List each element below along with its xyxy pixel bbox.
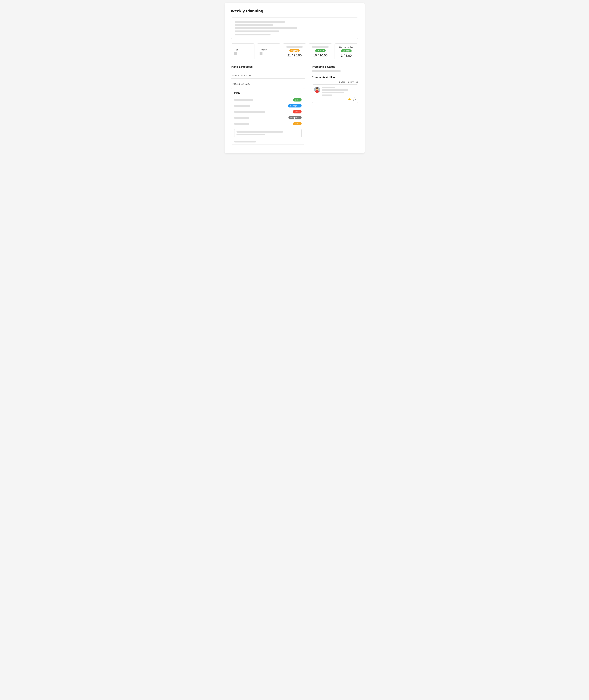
comments-section: Comments & Likes 2 Likes 1 comments xyxy=(312,76,358,103)
plan-row-inprogress: In Progress xyxy=(234,103,302,109)
svg-point-4 xyxy=(317,89,317,89)
lagging-title-skeleton xyxy=(286,46,303,48)
plans-divider xyxy=(231,70,305,70)
comment-card: 👍 💬 xyxy=(312,84,358,103)
problems-skeleton xyxy=(312,70,341,72)
comment-inner xyxy=(314,87,356,96)
stuck-badge: Stuck xyxy=(293,110,302,113)
plans-progress-title: Plans & Progress xyxy=(231,65,305,68)
issue-badge: Issue xyxy=(293,122,302,126)
ontrack1-badge: On track xyxy=(315,49,326,52)
plan-row-stuck: Stuck xyxy=(234,109,302,115)
summary-card-ontrack-1: On track 10 / 10.00 xyxy=(309,43,332,60)
right-column: Problems & Status Comments & Likes 2 Lik… xyxy=(312,65,358,145)
plan-row-issue-skeleton xyxy=(234,123,249,125)
summary-card-content-update: Content Update On track 3 / 3.00 xyxy=(335,43,358,60)
date-tue: Tue, 13 Oct 2020 xyxy=(231,81,305,87)
comment-skeleton-1 xyxy=(322,87,335,88)
lagging-badge: Lagging xyxy=(289,49,300,52)
problems-title: Problems & Status xyxy=(312,65,358,68)
plan-label: Plan xyxy=(234,48,238,51)
header-card xyxy=(231,17,358,39)
inprogress-badge: In Progress xyxy=(288,104,302,107)
plan-card: Plan Done In Progress Stuck xyxy=(231,88,305,145)
content-update-label: Content Update xyxy=(339,46,354,48)
header-skeleton-1 xyxy=(235,21,285,23)
plan-row-done: Done xyxy=(234,97,302,103)
plan-row-done-skeleton xyxy=(234,99,253,101)
plan-row-stuck-skeleton xyxy=(234,111,265,113)
plan-row-inprogress-skeleton xyxy=(234,105,250,107)
notes-skeleton-2 xyxy=(236,134,265,135)
comment-button[interactable]: 💬 xyxy=(353,97,356,100)
plan-row-postponed-skeleton xyxy=(234,117,249,119)
like-button[interactable]: 👍 xyxy=(348,97,351,100)
content-update-value: 3 / 3.00 xyxy=(341,54,352,58)
comment-skeleton-2 xyxy=(322,89,349,91)
left-column: Plans & Progress Mon, 12 Oct 2020 Tue, 1… xyxy=(231,65,305,145)
plan-card-title: Plan xyxy=(234,91,302,95)
comment-skeleton-4 xyxy=(322,94,332,96)
summary-row: Plan Problem Lagging 21 / 25.00 On track… xyxy=(231,43,358,60)
notes-skeleton-1 xyxy=(236,131,283,133)
plan-icon xyxy=(234,52,237,55)
likes-count: 2 Likes xyxy=(339,81,345,83)
comment-actions: 👍 💬 xyxy=(314,97,356,100)
comments-header: 2 Likes 1 comments xyxy=(312,81,358,83)
header-skeleton-3 xyxy=(235,27,297,29)
comment-lines xyxy=(322,87,356,96)
page-container: Weekly Planning Plan Problem Lagging 21 … xyxy=(224,3,365,154)
content-update-badge: On track xyxy=(341,49,352,52)
problem-label: Problem xyxy=(259,48,267,51)
svg-point-3 xyxy=(316,87,319,89)
comments-count: 1 comments xyxy=(348,81,358,83)
avatar xyxy=(314,87,320,93)
page-title: Weekly Planning xyxy=(231,9,358,13)
plan-card-footer xyxy=(234,139,302,145)
footer-skeleton xyxy=(234,141,256,143)
header-skeleton-5 xyxy=(235,34,271,35)
two-col-layout: Plans & Progress Mon, 12 Oct 2020 Tue, 1… xyxy=(231,65,358,145)
plan-row-postponed: Postponed xyxy=(234,115,302,121)
header-skeleton-4 xyxy=(235,30,279,32)
ontrack1-title-skeleton xyxy=(312,46,329,48)
header-skeleton-2 xyxy=(235,24,273,26)
done-badge: Done xyxy=(293,98,302,101)
date-mon: Mon, 12 Oct 2020 xyxy=(231,73,305,78)
svg-point-5 xyxy=(318,89,318,89)
plan-notes-box[interactable] xyxy=(234,129,302,138)
problem-icon xyxy=(259,52,262,55)
summary-card-problem: Problem xyxy=(257,43,280,60)
summary-card-plan: Plan xyxy=(231,43,254,60)
postponed-badge: Postponed xyxy=(288,116,302,120)
comments-title: Comments & Likes xyxy=(312,76,358,79)
ontrack1-value: 10 / 10.00 xyxy=(313,53,328,57)
lagging-value: 21 / 25.00 xyxy=(287,53,302,57)
comment-skeleton-3 xyxy=(322,92,344,93)
plan-row-issue: Issue xyxy=(234,121,302,127)
summary-card-lagging: Lagging 21 / 25.00 xyxy=(283,43,307,60)
